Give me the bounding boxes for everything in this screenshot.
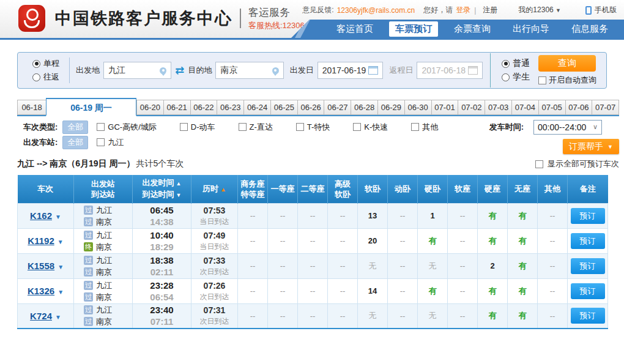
sort-arrow-icon[interactable]: ▲	[220, 186, 226, 193]
date-tab[interactable]: 06-26	[297, 100, 324, 115]
date-tab[interactable]: 06-18	[17, 100, 46, 115]
nav-tab[interactable]: 出行向导	[507, 21, 555, 37]
checkbox-icon[interactable]	[239, 123, 247, 131]
nav-tab[interactable]: 客运首页	[330, 21, 379, 37]
from-station-input[interactable]: 九江	[103, 62, 171, 79]
date-tab[interactable]: 06-24	[243, 100, 270, 115]
expand-train-icon[interactable]: ▼	[58, 264, 64, 270]
column-header: 其他	[538, 175, 568, 203]
date-tab[interactable]: 06-28	[351, 100, 377, 115]
expand-train-icon[interactable]: ▼	[55, 214, 61, 220]
checkbox-icon[interactable]	[353, 123, 361, 131]
nav-tab[interactable]: 车票预订	[389, 21, 438, 37]
train-type-option[interactable]: K-快速	[353, 122, 388, 133]
station-option[interactable]: 九江	[97, 137, 124, 148]
date-tab[interactable]: 06-29	[377, 100, 404, 115]
feedback-email-link[interactable]: 12306yjfk@rails.com.cn	[337, 6, 415, 15]
mobile-version-link[interactable]: 手机版	[585, 5, 617, 15]
column-header[interactable]: 历时▲	[191, 175, 238, 203]
checkbox-icon[interactable]	[411, 123, 419, 131]
sort-arrow-icon[interactable]: ▲	[176, 180, 182, 187]
sort-arrow-icon[interactable]: ▼	[176, 192, 182, 198]
checkbox-icon[interactable]	[296, 123, 304, 131]
query-button[interactable]: 查询	[538, 55, 596, 72]
date-tab[interactable]: 07-04	[511, 100, 538, 115]
train-type-option[interactable]: D-动车	[180, 122, 215, 133]
hotline: 客服热线:12306	[248, 21, 305, 31]
expand-train-icon[interactable]: ▼	[55, 314, 61, 321]
column-header: 一等座	[268, 175, 298, 203]
arrive-time: 07:11	[133, 316, 191, 327]
radio-round-trip[interactable]: 往返	[32, 72, 59, 83]
date-tab[interactable]: 06-27	[324, 100, 351, 115]
station-name: 九江	[96, 304, 112, 316]
seat-availability-cell: --	[538, 253, 568, 278]
book-button[interactable]: 预订	[571, 233, 605, 249]
book-button[interactable]: 预订	[571, 258, 605, 274]
to-station-input[interactable]: 南京	[215, 62, 283, 79]
radio-student[interactable]: 学生	[502, 72, 530, 83]
depart-time-select[interactable]: 00:00--24:00 ∨	[533, 120, 602, 135]
date-tab[interactable]: 07-01	[431, 100, 458, 115]
book-cell: 预订	[568, 278, 608, 303]
booking-helper-button[interactable]: 订票帮手 ▼	[563, 139, 619, 154]
checkbox-icon[interactable]	[97, 138, 105, 146]
checkbox-icon[interactable]	[180, 123, 188, 131]
date-tab[interactable]: 06-22	[190, 100, 217, 115]
book-button[interactable]: 预订	[571, 208, 605, 224]
date-tab[interactable]: 06-30	[404, 100, 431, 115]
date-tab[interactable]: 07-07	[592, 100, 619, 115]
expand-train-icon[interactable]: ▼	[58, 289, 64, 295]
nav-tab[interactable]: 余票查询	[448, 21, 497, 37]
train-number-link[interactable]: K1558	[28, 261, 54, 271]
expand-train-icon[interactable]: ▼	[58, 239, 64, 245]
train-number-cell: K1192▼	[18, 228, 74, 253]
return-date-input[interactable]: 2017-06-18	[417, 62, 483, 79]
train-number-link[interactable]: K162	[30, 210, 52, 221]
checkbox-icon[interactable]	[97, 123, 105, 131]
seat-availability-cell: 无	[418, 253, 448, 278]
train-number-link[interactable]: K724	[30, 311, 52, 321]
train-type-option[interactable]: 其他	[411, 122, 438, 133]
train-number-link[interactable]: K1192	[28, 236, 54, 246]
train-number-link[interactable]: K1326	[28, 286, 54, 296]
nav-tab[interactable]: 信息服务	[565, 21, 614, 37]
all-types-badge[interactable]: 全部	[62, 121, 88, 134]
train-type-option-label: T-特快	[307, 122, 330, 133]
date-tab[interactable]: 06-21	[163, 100, 190, 115]
train-results-table: 车次出发站到达站出发时间▲到达时间▼历时▲商务座特等座一等座二等座高级软卧软卧动…	[17, 175, 608, 329]
train-type-option[interactable]: GC-高铁/城际	[97, 122, 156, 133]
login-link[interactable]: 登录	[456, 5, 470, 15]
date-tab[interactable]: 06-23	[217, 100, 243, 115]
date-tab[interactable]: 07-02	[458, 100, 485, 115]
duration: 07:26	[191, 280, 237, 292]
seat-availability-cell: --	[298, 228, 328, 253]
train-type-option[interactable]: Z-直达	[239, 122, 273, 133]
auto-query-checkbox[interactable]: 开启自动查询	[538, 75, 596, 86]
book-button[interactable]: 预订	[571, 283, 605, 299]
column-header[interactable]: 出发时间▲到达时间▼	[133, 175, 191, 203]
stations-cell: 过九江过南京	[74, 253, 133, 278]
date-tab[interactable]: 07-06	[565, 100, 592, 115]
main-nav: 客运首页车票预订余票查询出行向导信息服务	[291, 20, 624, 38]
all-stations-badge[interactable]: 全部	[62, 136, 88, 149]
swap-stations-icon[interactable]: ⇄	[175, 64, 184, 77]
radio-normal[interactable]: 普通	[502, 58, 530, 69]
train-type-option[interactable]: T-特快	[296, 122, 330, 133]
duration: 07:31	[191, 305, 237, 316]
show-all-bookable-checkbox[interactable]: 显示全部可预订车次	[535, 158, 619, 169]
date-tab[interactable]: 07-03	[485, 100, 511, 115]
depart-date-input[interactable]: 2017-06-19	[318, 62, 384, 79]
depart-time: 23:40	[133, 304, 191, 316]
date-tab[interactable]: 06-19 周一	[46, 98, 136, 116]
my12306-menu[interactable]: 我的12306 ▼	[518, 5, 561, 15]
book-button[interactable]: 预订	[571, 308, 605, 324]
date-tab[interactable]: 06-20	[136, 100, 163, 115]
date-tab[interactable]: 07-05	[538, 100, 565, 115]
radio-one-way[interactable]: 单程	[32, 58, 59, 69]
seat-availability-cell: --	[238, 228, 268, 253]
register-link[interactable]: 注册	[483, 5, 497, 15]
date-tab[interactable]: 06-25	[270, 100, 297, 115]
greeting-text: 您好，请	[423, 5, 453, 15]
seat-availability-cell: --	[538, 203, 568, 228]
